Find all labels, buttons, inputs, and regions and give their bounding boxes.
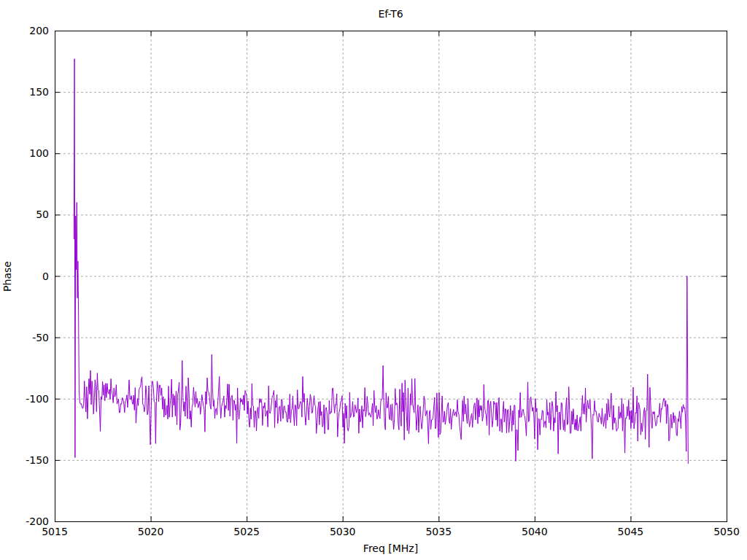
x-tick-label: 5045	[607, 526, 654, 537]
plot-area	[0, 0, 747, 560]
x-tick-label: 5030	[320, 526, 366, 537]
y-tick-label: -100	[0, 393, 49, 405]
x-tick-label: 5035	[415, 526, 462, 537]
x-tick-label: 5025	[223, 526, 270, 537]
y-tick-label: 100	[0, 147, 49, 159]
y-tick-label: 150	[0, 86, 49, 98]
y-tick-label: 50	[0, 209, 49, 220]
x-tick-label: 5050	[703, 526, 747, 537]
y-tick-label: 0	[0, 271, 49, 282]
y-tick-label: -150	[0, 454, 49, 466]
x-tick-label: 5020	[128, 526, 174, 537]
phase-trace-line	[74, 59, 688, 464]
chart-title: Ef-T6	[55, 8, 727, 20]
x-axis-label: Freq [MHz]	[55, 542, 727, 554]
x-tick-label: 5015	[31, 526, 78, 537]
y-tick-label: 200	[0, 25, 49, 36]
y-tick-label: -50	[0, 332, 49, 343]
x-tick-label: 5040	[511, 526, 558, 537]
gnuplot-phase-chart: Ef-T6 Phase Freq [MHz] -200-150-100-5005…	[0, 0, 747, 560]
